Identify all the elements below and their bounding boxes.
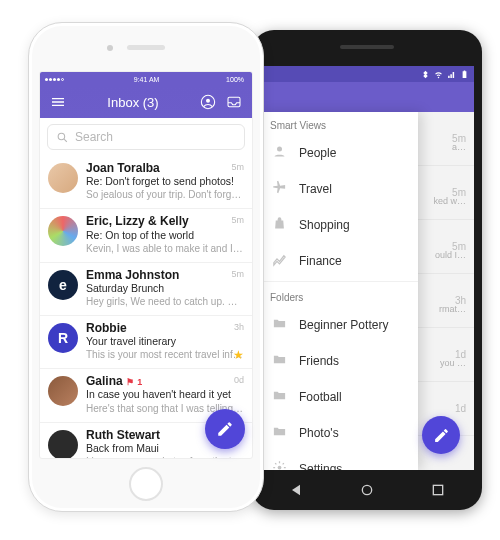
account-circle-icon [200,94,216,110]
mail-preview: a… [452,142,466,152]
folder-icon [272,316,287,334]
mail-time: 5m [231,162,244,172]
chart-icon [272,252,287,270]
avatar [48,430,78,459]
drawer-item-travel[interactable]: Travel [260,171,418,207]
mail-sender: Emma Johnston [86,269,244,282]
recent-key-icon[interactable] [430,482,446,498]
mail-time: 0d [234,375,244,385]
mail-sender: Eric, Lizzy & Kelly [86,215,244,228]
avatar [48,163,78,193]
person-icon [272,144,287,162]
mail-row[interactable]: eEmma JohnstonSaturday BrunchHey girls, … [40,263,252,316]
avatar [48,216,78,246]
drawer-item-label: People [299,146,336,160]
mail-subject: Re: On top of the world [86,229,244,242]
drawer-folder-item[interactable]: Beginner Pottery [260,307,418,343]
mail-preview: ked w… [433,196,466,206]
drawer-folder-item[interactable]: Friends [260,343,418,379]
android-status-bar [260,66,474,82]
navbar-title: Inbox (3) [74,95,192,110]
mail-sender: Galina ⚑ 1 [86,375,244,388]
drawer-divider [260,281,418,282]
signal-dots-icon [45,78,64,81]
menu-button[interactable] [48,94,68,110]
mail-subject: Re: Don't forget to send photos! [86,175,244,188]
android-nav-keys [260,470,474,510]
drawer-item-finance[interactable]: Finance [260,243,418,279]
drawer-item-label: Settings [299,462,342,470]
mail-preview: I have so many photos from the trip that… [86,455,244,459]
folder-icon [272,424,287,442]
home-key-icon[interactable] [359,482,375,498]
back-key-icon[interactable] [288,482,304,498]
mail-preview: Hey girls, We need to catch up. Should I… [86,295,244,308]
plane-icon [272,180,287,198]
mail-time: 1d [455,403,466,414]
mail-subject: Your travel itinerary [86,335,244,348]
mail-time: 5m [231,269,244,279]
home-button[interactable] [129,467,163,501]
star-icon[interactable]: ★ [233,348,244,362]
drawer-item-label: Photo's [299,426,339,440]
ios-navbar: Inbox (3) [40,86,252,118]
mail-preview: Kevin, I was able to make it and I liked… [86,242,244,255]
mail-row[interactable]: Eric, Lizzy & KellyRe: On top of the wor… [40,209,252,262]
drawer-section-smart-views: Smart Views [260,112,418,135]
iphone-speaker [127,45,165,50]
mail-sender: Joan Toralba [86,162,244,175]
drawer-item-label: Football [299,390,342,404]
avatar: e [48,270,78,300]
drawer-folder-item[interactable]: Football [260,379,418,415]
android-screen: 5ma…5mked w…5mould I…3hrmat…1dyou …1d Sm… [260,66,474,470]
svg-point-8 [362,485,371,494]
drawer-item-shopping[interactable]: Shopping [260,207,418,243]
ios-status-bar: 9:41 AM 100% [40,72,252,86]
navigation-drawer: Smart Views PeopleTravelShoppingFinance … [260,112,418,470]
wifi-icon [434,70,443,79]
android-appbar [260,82,474,112]
battery-icon [460,70,469,79]
drawer-folder-item[interactable]: Settings [260,451,418,470]
compose-fab[interactable] [205,409,245,449]
mail-sender: Robbie [86,322,244,335]
folder-icon [272,388,287,406]
svg-rect-9 [434,485,443,494]
signal-icon [447,70,456,79]
iphone-camera [107,45,113,51]
compose-icon [433,427,450,444]
drawer-item-label: Friends [299,354,339,368]
mail-preview: rmat… [439,304,466,314]
avatar [48,376,78,406]
mail-subject: Saturday Brunch [86,282,244,295]
drawer-item-label: Shopping [299,218,350,232]
compose-icon [216,420,234,438]
svg-point-3 [206,99,210,103]
compose-fab[interactable] [422,416,460,454]
drawer-section-folders: Folders [260,284,418,307]
bag-icon [272,216,287,234]
android-speaker [340,45,394,49]
gear-icon [272,460,287,470]
search-icon [56,131,69,144]
iphone-device: 9:41 AM 100% Inbox (3) Search Joan [28,22,264,512]
drawer-item-people[interactable]: People [260,135,418,171]
drawer-item-label: Beginner Pottery [299,318,388,332]
svg-point-7 [278,466,282,470]
status-battery-pct: 100% [226,76,244,83]
mail-row[interactable]: RRobbieYour travel itineraryThis is your… [40,316,252,369]
mail-row[interactable]: Joan ToralbaRe: Don't forget to send pho… [40,156,252,209]
android-device: 5ma…5mked w…5mould I…3hrmat…1dyou …1d Sm… [252,30,482,510]
search-input[interactable]: Search [47,124,245,150]
bluetooth-icon [421,70,430,79]
avatar: R [48,323,78,353]
account-button[interactable] [198,94,218,110]
folder-icon [272,352,287,370]
status-time: 9:41 AM [134,76,160,83]
mail-subject: In case you haven't heard it yet [86,388,244,401]
inbox-button[interactable] [224,94,244,110]
mail-preview: you … [440,358,466,368]
drawer-folder-item[interactable]: Photo's [260,415,418,451]
svg-rect-4 [228,97,240,106]
iphone-screen: 9:41 AM 100% Inbox (3) Search Joan [39,71,253,459]
